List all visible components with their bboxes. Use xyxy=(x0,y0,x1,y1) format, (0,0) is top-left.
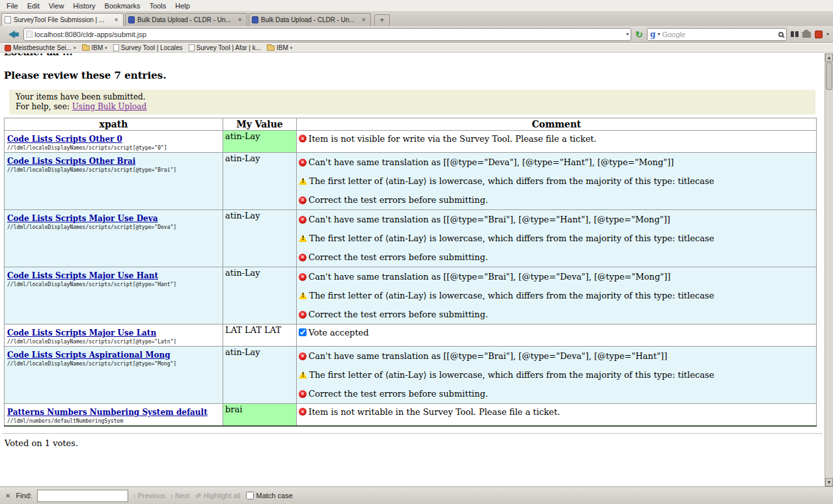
votes-summary: Voted on 1 votes. xyxy=(5,438,825,448)
comment-text: Can't have same translation as [[@type="… xyxy=(308,351,667,361)
match-case-checkbox[interactable] xyxy=(246,492,254,499)
comment-line: Vote accepted xyxy=(299,325,814,340)
comment-text: The first letter of ⟨atin-Lay⟩ is lowerc… xyxy=(309,176,714,186)
back-arrow-icon xyxy=(8,31,15,38)
menu-tools[interactable]: Tools xyxy=(145,1,171,11)
error-icon xyxy=(299,352,307,360)
url-input[interactable] xyxy=(34,31,624,38)
scrollbar-thumb[interactable] xyxy=(826,62,832,90)
error-icon xyxy=(299,254,307,261)
using-bulk-upload-link[interactable]: Using Bulk Upload xyxy=(72,102,147,111)
my-value-cell: atin-Lay xyxy=(223,131,297,153)
find-next-button[interactable]: Next xyxy=(171,492,189,499)
bookmark-survey-tool-afar[interactable]: Survey Tool | Afar | k... xyxy=(187,44,266,51)
tab-surveytool-file-submission[interactable]: SurveyTool File Submission | ... xyxy=(1,13,124,26)
bookmark-folder-ibm-2[interactable]: IBM xyxy=(265,44,296,51)
menu-history[interactable]: History xyxy=(68,1,100,11)
match-case-option[interactable]: Match case xyxy=(246,492,293,499)
notice-line2: For help, see: Using Bulk Upload xyxy=(16,102,809,112)
comment-text: The first letter of ⟨atin-Lay⟩ is lowerc… xyxy=(309,291,714,300)
search-go-icon[interactable] xyxy=(778,32,784,37)
reload-button[interactable] xyxy=(635,30,643,39)
search-input[interactable] xyxy=(662,31,776,38)
bookmark-most-visited[interactable]: Meistbesuchte Sei... xyxy=(3,44,80,51)
chevron-left-icon xyxy=(133,492,136,499)
bookmark-folder-ibm-1[interactable]: IBM xyxy=(80,44,111,51)
warning-icon xyxy=(299,235,307,242)
highlight-all-button[interactable]: Highlight all xyxy=(195,492,241,499)
tab-close-icon[interactable] xyxy=(112,16,120,24)
comment-line: The first letter of ⟨atin-Lay⟩ is lowerc… xyxy=(299,286,814,305)
xpath-link[interactable]: Code Lists Scripts Major Use Deva xyxy=(7,214,157,223)
site-favicon xyxy=(26,31,33,38)
error-icon xyxy=(299,135,307,142)
menu-view[interactable]: View xyxy=(44,1,69,11)
warning-icon xyxy=(299,178,307,185)
xpath-link[interactable]: Patterns Numbers Numbering System defaul… xyxy=(7,408,208,417)
xpath-link[interactable]: Code Lists Scripts Other 0 xyxy=(7,135,122,144)
search-engine-dropdown-icon[interactable] xyxy=(657,31,660,37)
comment-text: Can't have same translation as [[@type="… xyxy=(308,215,670,224)
my-value-cell: atin-Lay xyxy=(223,210,297,267)
xpath-path: //ldml/localeDisplayNames/scripts/script… xyxy=(7,145,220,151)
comment-line: Can't have same translation as [[@type="… xyxy=(299,267,814,286)
cldr-favicon xyxy=(128,16,135,23)
xpath-link[interactable]: Code Lists Scripts Major Use Latn xyxy=(7,328,156,338)
tab-bulk-data-upload-1[interactable]: Bulk Data Upload - CLDR - Un... xyxy=(125,13,247,26)
table-row: Code Lists Scripts Major Use Deva //ldml… xyxy=(5,210,817,267)
error-icon xyxy=(299,216,307,224)
menu-edit[interactable]: Edit xyxy=(23,1,44,11)
error-icon xyxy=(299,390,307,398)
home-button[interactable] xyxy=(802,33,811,38)
tab-close-icon[interactable] xyxy=(236,16,244,24)
vote-accepted-checkbox[interactable] xyxy=(299,328,307,336)
binoculars-icon[interactable] xyxy=(791,31,794,37)
back-button[interactable] xyxy=(4,28,20,41)
comment-line: Can't have same translation as [[@type="… xyxy=(299,347,814,365)
extension-icon[interactable] xyxy=(815,31,823,38)
tab-bulk-data-upload-2[interactable]: Bulk Data Upload - CLDR - Un... xyxy=(249,13,371,26)
cldr-favicon xyxy=(252,16,258,23)
url-history-dropdown-icon[interactable] xyxy=(626,31,629,37)
comment-line: Correct the test errors before submittin… xyxy=(299,191,814,209)
location-bar[interactable] xyxy=(23,28,631,41)
find-input[interactable] xyxy=(37,490,128,502)
xpath-path: //ldml/localeDisplayNames/scripts/script… xyxy=(7,282,220,287)
bookmark-label: Survey Tool | Locales xyxy=(121,44,183,51)
xpath-path: //ldml/numbers/defaultNumberingSystem xyxy=(7,418,220,424)
page-icon xyxy=(113,44,119,51)
xpath-link[interactable]: Code Lists Scripts Other Brai xyxy=(7,157,135,166)
button-label: Highlight all xyxy=(204,492,241,499)
comment-text: Item is not visible for write via the Su… xyxy=(308,134,597,144)
search-bar[interactable] xyxy=(647,28,787,41)
vertical-scrollbar[interactable] xyxy=(825,53,833,486)
comment-line: Correct the test errors before submittin… xyxy=(299,248,814,267)
xpath-path: //ldml/localeDisplayNames/scripts/script… xyxy=(7,339,220,345)
tab-title: Bulk Data Upload - CLDR - Un... xyxy=(137,16,233,23)
toolbar-overflow-chevron-icon[interactable] xyxy=(826,31,829,37)
find-bar: Find: Previous Next Highlight all Match … xyxy=(0,486,833,504)
xpath-link[interactable]: Code Lists Scripts Aspirational Mong xyxy=(7,351,171,360)
document-favicon xyxy=(5,16,11,23)
menu-file[interactable]: File xyxy=(2,1,23,11)
menu-bookmarks[interactable]: Bookmarks xyxy=(100,1,145,11)
bookmark-survey-tool-locales[interactable]: Survey Tool | Locales xyxy=(111,44,187,51)
menu-help[interactable]: Help xyxy=(171,1,195,11)
scroll-up-icon[interactable] xyxy=(825,53,833,62)
my-value-cell: atin-Lay xyxy=(223,153,297,210)
close-icon[interactable] xyxy=(5,492,10,499)
xpath-link[interactable]: Code Lists Scripts Major Use Hant xyxy=(7,271,158,280)
scroll-down-icon[interactable] xyxy=(825,478,833,486)
comment-line: Item is not writable in the Survey Tool.… xyxy=(299,404,814,419)
error-icon xyxy=(299,159,307,166)
new-tab-button[interactable] xyxy=(374,14,390,26)
folder-icon xyxy=(82,46,90,51)
tab-close-icon[interactable] xyxy=(359,16,368,24)
comment-line: The first letter of ⟨atin-Lay⟩ is lowerc… xyxy=(299,172,814,191)
find-previous-button[interactable]: Previous xyxy=(133,492,165,499)
notice-line1: Your items have been submitted. xyxy=(16,92,809,102)
header-comment: Comment xyxy=(297,118,817,131)
bookmark-label: Meistbesuchte Sei... xyxy=(13,44,72,51)
xpath-path: //ldml/localeDisplayNames/scripts/script… xyxy=(7,167,220,173)
table-row: Code Lists Scripts Major Use Latn //ldml… xyxy=(5,325,817,347)
